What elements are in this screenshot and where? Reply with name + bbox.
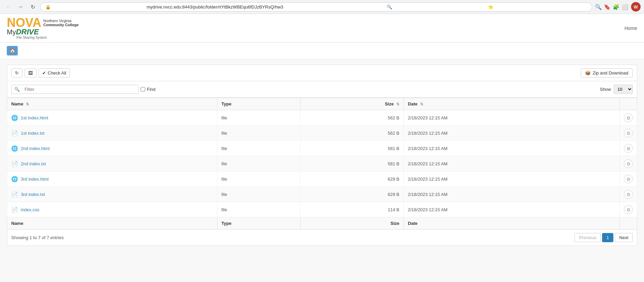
file-name: 1st index.html: [21, 115, 48, 120]
download-button[interactable]: ⊙: [624, 159, 633, 168]
bookmark-icon: 🔖: [604, 4, 611, 10]
breadcrumb-area: 🏠: [0, 43, 644, 59]
pagination-area: Showing 1 to 7 of 7 entries Previous 1 N…: [7, 230, 637, 246]
file-type-cell: file: [217, 202, 300, 217]
file-size-cell: 629 B: [300, 171, 403, 187]
file-name-cell: 🌐 3rd index.html: [7, 171, 217, 187]
filter-search-icon: 🔍: [12, 85, 22, 94]
file-name: 2nd index.txt: [21, 161, 46, 166]
file-type-cell: file: [217, 110, 300, 126]
file-action-cell: ⊙: [620, 202, 637, 217]
filter-right: Show 10 25 50 100: [600, 85, 633, 94]
find-checkbox[interactable]: [141, 87, 145, 92]
file-type-cell: file: [217, 156, 300, 171]
download-button[interactable]: ⊙: [624, 205, 633, 214]
show-label: Show: [600, 87, 611, 92]
file-date-cell: 2/18/2023 12:15 AM: [404, 156, 620, 171]
file-name-cell: 📄 1st index.txt: [7, 126, 217, 141]
file-name: index.css: [21, 207, 39, 212]
action-footer-col: [620, 217, 637, 230]
zip-download-button[interactable]: 📦 Zip and Download: [581, 68, 633, 78]
file-type-cell: file: [217, 141, 300, 156]
table-footer-row: Name Type Size Date: [7, 217, 637, 230]
size-col-header[interactable]: Size ⇅: [300, 98, 403, 110]
file-action-cell: ⊙: [620, 126, 637, 141]
filter-row: 🔍 Find Show 10 25 50 100: [7, 81, 637, 98]
file-size-cell: 629 B: [300, 187, 403, 202]
download-button[interactable]: ⊙: [624, 144, 633, 153]
file-type-icon: 📄: [11, 130, 18, 136]
puzzle-icon: 🧩: [613, 4, 619, 10]
file-link[interactable]: 📄 3rd index.txt: [11, 191, 213, 198]
date-sort-icon: ⇅: [420, 102, 423, 106]
page-1-button[interactable]: 1: [602, 233, 613, 242]
table-row: 📄 1st index.txt file 562 B 2/18/2023 12:…: [7, 126, 637, 141]
table-header-row: Name ⇅ Type Size ⇅ Date ⇅: [7, 98, 637, 110]
file-action-cell: ⊙: [620, 110, 637, 126]
file-type-icon: 📄: [11, 191, 18, 198]
file-size-cell: 581 B: [300, 156, 403, 171]
check-all-label: Check All: [48, 70, 66, 76]
name-footer-col: Name: [7, 217, 217, 230]
header-nav: Home: [625, 26, 637, 31]
filter-input[interactable]: [22, 85, 138, 94]
file-link[interactable]: 📄 2nd index.txt: [11, 161, 213, 167]
file-link[interactable]: 🌐 2nd index.html: [11, 145, 213, 152]
table-row: 📄 2nd index.txt file 581 B 2/18/2023 12:…: [7, 156, 637, 171]
my-text: My: [7, 28, 16, 36]
toolbar: ↻ 🖼 ✔ Check All 📦 Zip and Download: [7, 65, 637, 81]
file-name: 1st index.txt: [21, 131, 44, 136]
file-name-cell: 📄 2nd index.txt: [7, 156, 217, 171]
file-sharing-text: File Sharing System: [16, 36, 47, 39]
refresh-button[interactable]: ↻: [28, 2, 37, 12]
file-date-cell: 2/18/2023 12:15 AM: [404, 141, 620, 156]
file-name-cell: 📄 3rd index.txt: [7, 187, 217, 202]
file-action-cell: ⊙: [620, 156, 637, 171]
table-row: 📄 3rd index.txt file 629 B 2/18/2023 12:…: [7, 187, 637, 202]
type-footer-col: Type: [217, 217, 300, 230]
file-link[interactable]: 📄 index.css: [11, 206, 213, 213]
file-date-cell: 2/18/2023 12:15 AM: [404, 202, 620, 217]
file-link[interactable]: 📄 1st index.txt: [11, 130, 213, 136]
forward-button[interactable]: →: [16, 2, 25, 12]
home-button[interactable]: 🏠: [7, 46, 18, 55]
main-content: ↻ 🖼 ✔ Check All 📦 Zip and Download 🔍 Fin…: [0, 59, 644, 251]
table-row: 📄 index.css file 114 B 2/18/2023 12:15 A…: [7, 202, 637, 217]
file-type-cell: file: [217, 171, 300, 187]
file-type-icon: 🌐: [11, 176, 18, 182]
page-header: NOVA Northern Virginia Community College…: [0, 14, 644, 43]
check-all-button[interactable]: ✔ Check All: [39, 68, 70, 78]
download-button[interactable]: ⊙: [624, 129, 633, 137]
drive-text: DRIVE: [16, 28, 39, 36]
show-select[interactable]: 10 25 50 100: [614, 85, 633, 94]
next-button[interactable]: Next: [615, 233, 633, 242]
pagination-buttons: Previous 1 Next: [574, 233, 633, 242]
file-table: Name ⇅ Type Size ⇅ Date ⇅: [7, 98, 637, 230]
file-name: 2nd index.html: [21, 146, 50, 151]
date-footer-col: Date: [404, 217, 620, 230]
previous-button[interactable]: Previous: [574, 233, 601, 242]
refresh-files-button[interactable]: ↻: [11, 68, 22, 78]
zip-icon: 📦: [585, 70, 591, 76]
download-button[interactable]: ⊙: [624, 113, 633, 122]
file-action-cell: ⊙: [620, 187, 637, 202]
address-bar[interactable]: 🔒 mydrive.nvcc.edu:8443/public/folder/rt…: [40, 2, 592, 12]
file-link[interactable]: 🌐 3rd index.html: [11, 176, 213, 182]
filter-input-wrap: 🔍: [11, 85, 139, 94]
find-label[interactable]: Find: [141, 87, 155, 92]
download-button[interactable]: ⊙: [624, 190, 633, 199]
thumbnail-button[interactable]: 🖼: [25, 68, 36, 78]
nova-text: NOVA: [7, 17, 41, 29]
size-sort-icon: ⇅: [396, 102, 399, 106]
download-button[interactable]: ⊙: [624, 175, 633, 183]
file-link[interactable]: 🌐 1st index.html: [11, 115, 213, 121]
nav-home-link[interactable]: Home: [625, 26, 637, 31]
action-col-header: [620, 98, 637, 110]
back-button[interactable]: ←: [3, 2, 13, 12]
browser-chrome: ← → ↻ 🔒 mydrive.nvcc.edu:8443/public/fol…: [0, 0, 644, 14]
file-action-cell: ⊙: [620, 171, 637, 187]
file-date-cell: 2/18/2023 12:15 AM: [404, 187, 620, 202]
name-col-header[interactable]: Name ⇅: [7, 98, 217, 110]
avatar: W: [631, 2, 641, 12]
date-col-header[interactable]: Date ⇅: [404, 98, 620, 110]
